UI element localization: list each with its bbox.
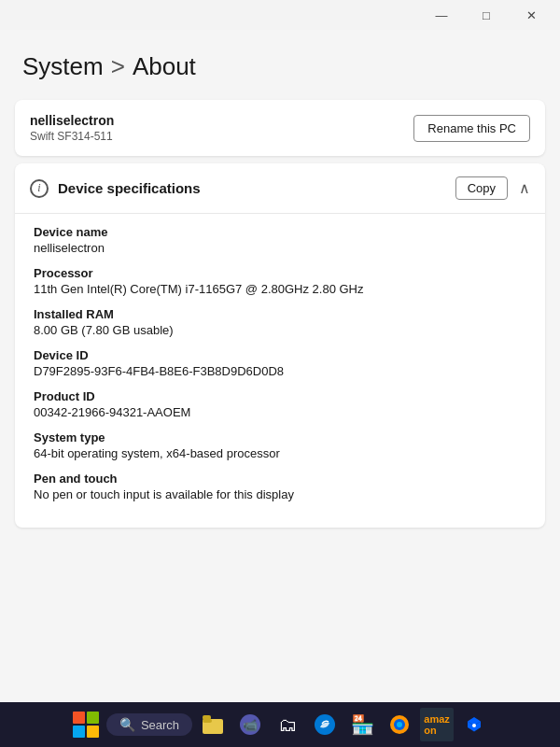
teams-svg: 📹 xyxy=(240,714,260,735)
folder-icon[interactable]: 🗂 xyxy=(271,708,304,741)
specs-header: i Device specifications Copy ∧ xyxy=(15,163,545,214)
win-logo-bl xyxy=(73,726,85,738)
win-logo-br xyxy=(87,726,99,738)
page-header: System > About xyxy=(0,30,560,92)
spec-value: 11th Gen Intel(R) Core(TM) i7-1165G7 @ 2… xyxy=(34,282,526,296)
title-bar: — □ ✕ xyxy=(0,0,560,30)
win-logo-tl xyxy=(73,712,85,724)
windows-logo xyxy=(73,712,99,738)
spec-row: System type64-bit operating system, x64-… xyxy=(34,430,526,460)
spec-label: Product ID xyxy=(34,389,526,403)
svg-point-12 xyxy=(472,724,476,727)
store-icon[interactable]: 🏪 xyxy=(345,708,379,741)
file-explorer-icon[interactable] xyxy=(196,708,230,741)
spec-row: Product ID00342-21966-94321-AAOEM xyxy=(34,389,526,419)
spec-row: Device namenelliselectron xyxy=(34,225,526,255)
taskbar: 🔍 Search 📹 🗂 🏪 xyxy=(0,702,560,747)
breadcrumb-current: About xyxy=(133,52,196,81)
device-info-text: nelliselectron Swift SF314-511 xyxy=(30,113,114,143)
spec-value: D79F2895-93F6-4FB4-B8E6-F3B8D9D6D0D8 xyxy=(34,364,526,378)
spec-label: Device ID xyxy=(34,348,526,362)
specs-header-left: i Device specifications xyxy=(30,179,201,198)
device-name: nelliselectron xyxy=(30,113,114,128)
dropbox-icon[interactable] xyxy=(457,708,491,741)
firefox-svg xyxy=(389,714,410,735)
spec-label: System type xyxy=(34,430,526,444)
specs-section: i Device specifications Copy ∧ Device na… xyxy=(15,163,545,528)
spec-value: No pen or touch input is available for t… xyxy=(34,487,526,501)
breadcrumb: System > About xyxy=(22,52,538,81)
main-content: System > About nelliselectron Swift SF31… xyxy=(0,30,560,702)
svg-point-8 xyxy=(397,722,402,727)
taskbar-center: 🔍 Search 📹 🗂 🏪 xyxy=(69,708,491,741)
info-icon: i xyxy=(30,179,49,198)
taskbar-search-bar[interactable]: 🔍 Search xyxy=(106,713,192,736)
maximize-button[interactable]: □ xyxy=(465,4,508,26)
spec-value: nelliselectron xyxy=(34,241,526,255)
search-icon: 🔍 xyxy=(119,717,135,732)
firefox-icon[interactable] xyxy=(383,708,416,741)
specs-header-right: Copy ∧ xyxy=(455,176,530,200)
spec-label: Processor xyxy=(34,266,526,280)
spec-label: Installed RAM xyxy=(34,307,526,321)
device-model: Swift SF314-511 xyxy=(30,130,114,143)
chevron-up-icon[interactable]: ∧ xyxy=(519,179,530,197)
spec-value: 00342-21966-94321-AAOEM xyxy=(34,405,526,419)
spec-label: Device name xyxy=(34,225,526,239)
specs-title: Device specifications xyxy=(58,180,201,196)
spec-value: 8.00 GB (7.80 GB usable) xyxy=(34,323,526,337)
win-logo-tr xyxy=(87,712,99,724)
spec-label: Pen and touch xyxy=(34,472,526,486)
folder-svg xyxy=(203,715,223,734)
spec-row: Pen and touchNo pen or touch input is av… xyxy=(34,472,526,501)
spec-row: Installed RAM8.00 GB (7.80 GB usable) xyxy=(34,307,526,337)
device-info-card: nelliselectron Swift SF314-511 Rename th… xyxy=(15,100,545,156)
edge-svg xyxy=(315,714,335,735)
edge-icon[interactable] xyxy=(308,708,342,741)
spec-row: Device IDD79F2895-93F6-4FB4-B8E6-F3B8D9D… xyxy=(34,348,526,378)
specs-body: Device namenelliselectronProcessor11th G… xyxy=(15,214,545,528)
rename-pc-button[interactable]: Rename this PC xyxy=(413,115,530,142)
dropbox-svg xyxy=(464,714,484,735)
teams-icon[interactable]: 📹 xyxy=(233,708,267,741)
search-label: Search xyxy=(141,718,179,732)
copy-button[interactable]: Copy xyxy=(455,176,508,200)
amazon-icon[interactable]: amazon xyxy=(420,708,454,741)
close-button[interactable]: ✕ xyxy=(510,4,553,26)
svg-rect-2 xyxy=(203,715,211,720)
windows-start-button[interactable] xyxy=(69,708,103,741)
minimize-button[interactable]: — xyxy=(420,4,463,26)
spec-row: Processor11th Gen Intel(R) Core(TM) i7-1… xyxy=(34,266,526,296)
breadcrumb-separator: > xyxy=(111,52,125,81)
breadcrumb-parent[interactable]: System xyxy=(22,52,104,81)
spec-value: 64-bit operating system, x64-based proce… xyxy=(34,446,526,460)
svg-text:📹: 📹 xyxy=(243,717,259,733)
